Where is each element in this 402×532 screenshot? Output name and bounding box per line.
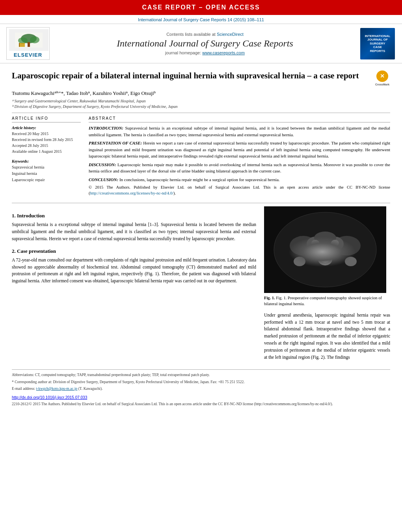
journal-title: International Journal of Surgery Case Re… (54, 38, 356, 49)
abstract-intro: INTRODUCTION: Supravesical hernia is an … (89, 125, 390, 138)
svg-point-12 (333, 236, 361, 256)
doi-link[interactable]: http://dx.doi.org/10.1016/j.ijscr.2015.0… (12, 395, 87, 400)
affiliation-a: ᵃ Surgery and Gastroenterological Center… (12, 98, 390, 104)
svg-point-3 (30, 36, 39, 43)
discussion-text: Laparoscopic hernia repair may make it p… (89, 162, 390, 174)
footnote-corresponding: * Corresponding author at: Division of D… (12, 379, 390, 385)
elsevier-name: ELSEVIER (9, 52, 47, 58)
abstract-discussion: DISCUSSION: Laparoscopic hernia repair m… (89, 161, 390, 174)
elsevier-logo-area: ELSEVIER (6, 27, 50, 60)
elsevier-graphic (9, 29, 48, 51)
footnotes: Abbreviations: CT, computed tomography; … (12, 369, 390, 391)
divider-1 (12, 113, 390, 113)
bottom-text: 2210-2612/© 2015 The Authors. Published … (12, 401, 390, 407)
abstract-header: ABSTRACT (89, 116, 390, 122)
section2-text: A 72-year-old man consulted our departme… (12, 257, 256, 285)
banner-text: CASE REPORT – OPEN ACCESS (142, 4, 260, 11)
journal-header: ELSEVIER Contents lists available at Sci… (0, 24, 402, 63)
svg-point-13 (307, 237, 324, 251)
conclusion-text: In conclusions, laparoscopic hernia repa… (119, 177, 280, 182)
svg-point-8 (274, 212, 376, 287)
svg-point-15 (314, 232, 336, 244)
intro-text: Supravesical hernia is an exceptional su… (89, 126, 390, 137)
svg-point-18 (322, 256, 328, 261)
keyword-1: Supravesical hernia (12, 164, 81, 171)
section1-paragraph: Supravesical hernia is a exceptional sub… (12, 221, 256, 242)
doi-text: International Journal of Surgery Case Re… (138, 17, 264, 22)
abstract-col: ABSTRACT INTRODUCTION: Supravesical hern… (89, 116, 390, 198)
svg-point-16 (294, 257, 305, 266)
section1-heading: 1. Introduction (12, 213, 256, 219)
authors-line: Tsutomu Kawaguchiᵃʰ⁼*, Tadao Itohᵃ, Kazu… (12, 90, 390, 96)
abstract-copyright: © 2015 The Authors. Published by Elsevie… (89, 185, 390, 196)
article-info-section: Article history: Received 20 May 2015 Re… (12, 125, 81, 183)
presentation-label: PRESENTATION OF CASE: (89, 141, 142, 145)
section2-right-text: Under general anesthesia, laparoscopic i… (264, 312, 390, 361)
journal-badge-area: INTERNATIONALJOURNAL OFSURGERYCASEREPORT… (360, 28, 396, 59)
svg-point-2 (18, 37, 28, 44)
body-section1: 1. Introduction Supravesical hernia is a… (12, 206, 390, 363)
article-title-area: Laparoscopic repair of a bilateral inter… (12, 70, 390, 86)
section2-heading: 2. Case presentation (12, 248, 256, 254)
svg-rect-5 (19, 43, 25, 47)
keyword-2: Inguinal hernia (12, 171, 81, 177)
body-right-col: Fig. 1. Fig. 1. Preoperative computed to… (264, 206, 390, 363)
abstract-presentation: PRESENTATION OF CASE: Herein we report a… (89, 140, 390, 159)
badge-title: INTERNATIONALJOURNAL OFSURGERYCASEREPORT… (365, 34, 391, 53)
svg-rect-4 (28, 42, 30, 47)
license-link[interactable]: http://creativecommons.org/licenses/by-n… (90, 191, 174, 195)
banner: CASE REPORT – OPEN ACCESS (0, 0, 402, 15)
received-revised: Received in revised form 28 July 2015 (12, 137, 81, 143)
svg-point-9 (318, 254, 332, 265)
svg-point-20 (331, 240, 339, 246)
article-info-header: ARTICLE INFO (12, 116, 81, 122)
abstract-conclusion: CONCLUSION: In conclusions, laparoscopic… (89, 176, 390, 183)
journal-homepage: journal homepage: www.casereports.com (54, 50, 356, 55)
history-label: Article history: (12, 125, 81, 131)
keywords-list: Supravesical hernia Inguinal hernia Lapa… (12, 164, 81, 183)
intro-label: INTRODUCTION: (89, 126, 123, 130)
received-date: Received 20 May 2015 (12, 131, 81, 137)
journal-badge: INTERNATIONALJOURNAL OFSURGERYCASEREPORT… (360, 28, 395, 59)
article-title-text: Laparoscopic repair of a bilateral inter… (12, 70, 370, 81)
article-content: Laparoscopic repair of a bilateral inter… (0, 63, 402, 411)
crossmark-label: CrossMark (375, 83, 389, 86)
svg-point-10 (320, 255, 330, 263)
doi-line: International Journal of Surgery Case Re… (0, 15, 402, 24)
journal-homepage-link[interactable]: www.casereports.com (202, 50, 245, 55)
svg-point-19 (311, 240, 319, 246)
svg-rect-6 (19, 43, 20, 47)
bottom-doi: http://dx.doi.org/10.1016/j.ijscr.2015.0… (12, 395, 390, 400)
keywords-label: Keywords: (12, 158, 81, 164)
ct-scan-image (264, 206, 386, 293)
authors-text: Tsutomu Kawaguchiᵃʰ⁼*, Tadao Itohᵃ, Kazu… (12, 90, 156, 96)
footnote-abbreviations: Abbreviations: CT, computed tomography; … (12, 372, 390, 378)
elsevier-box: ELSEVIER (6, 27, 50, 60)
ct-scan-graphic (264, 206, 386, 293)
svg-point-17 (345, 257, 357, 266)
crossmark-icon: ✕ (376, 70, 388, 82)
email-link[interactable]: t-kwgch@koto.kpu-m.ac.jp (36, 387, 78, 391)
keyword-3: Laparoscopic repair (12, 177, 81, 183)
affiliations: ᵃ Surgery and Gastroenterological Center… (12, 98, 390, 109)
sciencedirect-link[interactable]: ScienceDirect (217, 32, 244, 37)
footnote-email: E-mail address: t-kwgch@koto.kpu-m.ac.jp… (12, 386, 390, 391)
section2-paragraph1: A 72-year-old man consulted our departme… (12, 257, 256, 285)
article-info-col: ARTICLE INFO Article history: Received 2… (12, 116, 81, 198)
discussion-label: DISCUSSION: (89, 162, 116, 167)
body-left-col: 1. Introduction Supravesical hernia is a… (12, 206, 256, 363)
ct-scan-svg (264, 206, 386, 293)
svg-point-11 (290, 236, 317, 256)
elsevier-tree-icon (15, 33, 43, 48)
available-date: Available online 1 August 2015 (12, 148, 81, 154)
fig1-caption: Fig. 1. Fig. 1. Preoperative computed to… (264, 295, 390, 307)
divider-2 (12, 203, 390, 203)
accepted-date: Accepted 28 July 2015 (12, 143, 81, 148)
info-abstract-columns: ARTICLE INFO Article history: Received 2… (12, 116, 390, 198)
sciencedirect-line: Contents lists available at ScienceDirec… (54, 32, 356, 37)
journal-center: Contents lists available at ScienceDirec… (54, 32, 356, 55)
affiliation-b: ᵇ Division of Digestive Surgery, Departm… (12, 104, 390, 109)
conclusion-label: CONCLUSION: (89, 177, 118, 182)
abstract-text: INTRODUCTION: Supravesical hernia is an … (89, 125, 390, 196)
section1-text: Supravesical hernia is a exceptional sub… (12, 221, 256, 242)
